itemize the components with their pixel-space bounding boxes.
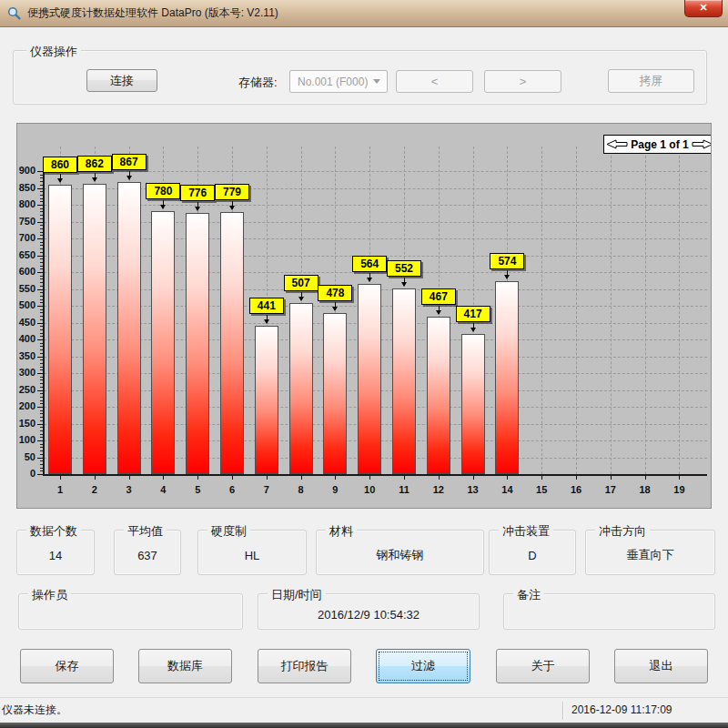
about-button[interactable]: 关于 [496, 649, 590, 683]
bar-value-label: 780 [146, 183, 180, 199]
bar-label-arrow-icon [126, 176, 132, 183]
bar [392, 288, 416, 474]
field-value: D [490, 536, 575, 574]
field-average: 平均值 637 [114, 530, 181, 575]
bar-label-arrow-icon [57, 178, 63, 186]
status-bar: 仪器未连接。 2016-12-09 11:17:09 [0, 697, 728, 723]
field-operator: 操作员 [18, 593, 243, 630]
x-axis-label: 5 [184, 484, 211, 495]
field-value: 2016/12/9 10:54:32 [258, 600, 479, 629]
next-record-button[interactable]: > [484, 70, 561, 93]
gridline-v [576, 147, 577, 474]
x-axis-label: 13 [460, 484, 487, 495]
x-tick [473, 476, 474, 480]
exit-button[interactable]: 退出 [614, 649, 708, 683]
magnifier-app-icon [7, 6, 21, 24]
y-axis-label: 850 [17, 182, 35, 193]
print-report-button[interactable]: 打印报告 [258, 649, 351, 683]
field-value [504, 600, 714, 629]
bar [83, 184, 106, 474]
status-separator [562, 702, 563, 720]
field-datetime: 日期/时间 2016/12/9 10:54:32 [258, 593, 480, 630]
save-button[interactable]: 保存 [20, 649, 114, 683]
field-value: 钢和铸钢 [317, 536, 483, 574]
database-button[interactable]: 数据库 [138, 649, 232, 683]
gridline-h [44, 238, 707, 239]
prev-record-button[interactable]: < [396, 70, 473, 93]
storage-select[interactable]: No.001 (F000) [289, 70, 388, 93]
gridline-h [44, 205, 707, 206]
field-impact-device: 冲击装置 D [489, 530, 576, 575]
bar-label-arrow-icon [264, 319, 269, 327]
x-tick [541, 476, 542, 480]
x-tick [507, 476, 508, 480]
x-tick [232, 476, 233, 480]
status-datetime: 2016-12-09 11:17:09 [571, 698, 672, 723]
x-axis-label: 7 [253, 484, 280, 495]
bar-label-arrow-icon [332, 307, 338, 314]
bar-label-arrow-icon [92, 177, 97, 185]
gridline-v [611, 147, 612, 474]
chevron-down-icon [373, 79, 380, 87]
y-axis-label: 300 [17, 367, 35, 378]
x-tick [439, 476, 440, 480]
x-tick [576, 476, 577, 480]
bar-value-label: 564 [352, 256, 387, 272]
bar [186, 213, 209, 474]
y-axis-label: 800 [17, 198, 35, 209]
bar-label-arrow-icon [160, 205, 166, 212]
field-value [19, 600, 242, 629]
field-remarks: 备注 [503, 593, 715, 630]
y-axis-label: 750 [17, 216, 35, 227]
field-value: HL [198, 536, 306, 574]
connect-button[interactable]: 连接 [86, 69, 157, 92]
field-data-count: 数据个数 14 [16, 530, 95, 575]
y-axis-label: 650 [17, 249, 35, 260]
x-tick [95, 476, 96, 480]
prev-page-icon[interactable] [606, 139, 628, 149]
x-axis-label: 9 [321, 484, 349, 495]
bar [255, 326, 278, 474]
bar-value-label: 478 [318, 285, 352, 301]
x-axis-label: 2 [81, 484, 108, 495]
y-axis-label: 0 [17, 468, 35, 479]
x-tick [369, 476, 370, 480]
bar-value-label: 441 [249, 298, 284, 314]
bar [358, 284, 381, 474]
x-tick [129, 476, 130, 480]
y-axis-line [43, 157, 45, 476]
x-axis-label: 11 [390, 484, 418, 495]
x-axis-line [43, 474, 707, 476]
x-axis-label: 8 [288, 484, 315, 495]
field-impact-direction: 冲击方向 垂直向下 [585, 530, 715, 575]
y-axis-label: 150 [17, 418, 35, 429]
bar-label-arrow-icon [401, 282, 407, 289]
y-axis-label: 50 [17, 451, 35, 462]
close-button[interactable]: ✕ [684, 0, 723, 17]
bar-label-arrow-icon [367, 278, 372, 285]
hardness-bar-chart: Page 1 of 1 0501001502002503003504004505… [16, 123, 712, 509]
y-axis-label: 250 [17, 384, 35, 395]
y-axis-label: 550 [17, 283, 35, 294]
gridline-v [679, 147, 680, 474]
x-axis-label: 4 [149, 484, 177, 495]
field-value: 垂直向下 [586, 536, 714, 574]
next-page-icon[interactable] [692, 139, 712, 149]
gridline-v [645, 147, 646, 474]
filter-button[interactable]: 过滤 [376, 649, 470, 683]
bar-label-arrow-icon [504, 275, 510, 282]
y-axis-label: 500 [17, 299, 35, 310]
y-axis-label: 450 [17, 317, 35, 328]
field-material: 材料 钢和铸钢 [316, 530, 484, 575]
gridline-h [44, 188, 707, 189]
group-label: 仪器操作 [26, 44, 81, 60]
x-tick [611, 476, 612, 480]
x-axis-label: 16 [562, 484, 590, 495]
bar-value-label: 467 [421, 288, 456, 305]
x-tick [267, 476, 268, 480]
screenshot-button[interactable]: 拷屏 [608, 69, 694, 93]
bar-label-arrow-icon [229, 206, 235, 213]
x-tick [404, 476, 405, 480]
x-axis-label: 1 [46, 484, 74, 495]
bar-value-label: 867 [112, 154, 147, 170]
